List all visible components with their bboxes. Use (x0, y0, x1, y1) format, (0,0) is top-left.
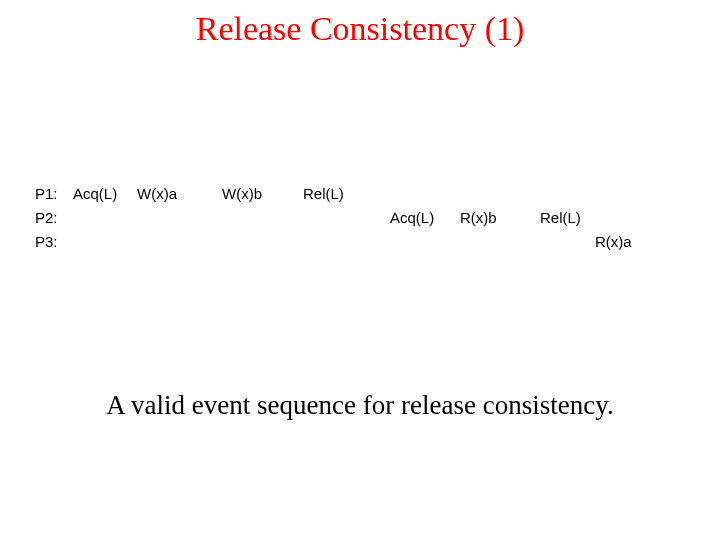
event-read: R(x)a (595, 233, 632, 250)
event-read: R(x)b (460, 209, 497, 226)
event-write: W(x)a (137, 185, 177, 202)
event-write: W(x)b (222, 185, 262, 202)
slide-title: Release Consistency (1) (0, 10, 720, 48)
event-acquire: Acq(L) (390, 209, 434, 226)
process-label: P3: (35, 233, 58, 250)
event-acquire: Acq(L) (73, 185, 117, 202)
slide-caption: A valid event sequence for release consi… (0, 390, 720, 421)
event-release: Rel(L) (303, 185, 344, 202)
process-label: P2: (35, 209, 58, 226)
process-label: P1: (35, 185, 58, 202)
slide: Release Consistency (1) P1: Acq(L) W(x)a… (0, 0, 720, 540)
event-release: Rel(L) (540, 209, 581, 226)
